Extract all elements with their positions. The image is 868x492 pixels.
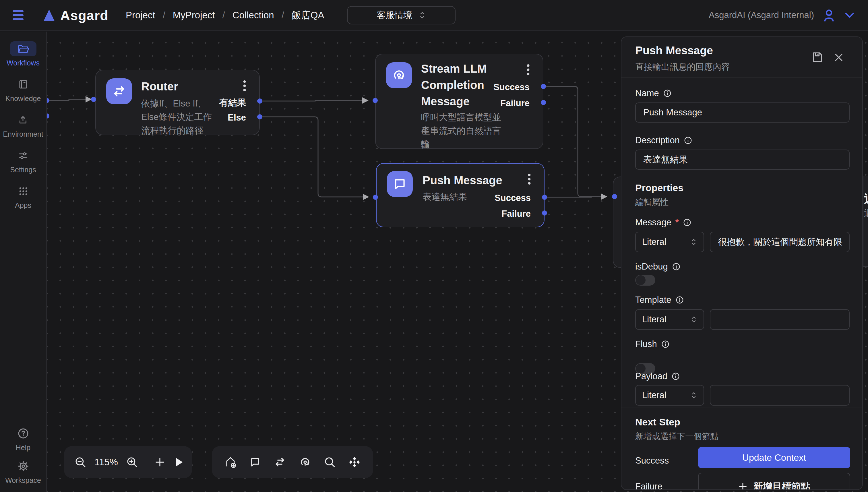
sidebar-item-apps[interactable]: Apps xyxy=(10,184,36,210)
sidebar-item-help[interactable]: Help xyxy=(10,426,36,452)
info-icon[interactable] xyxy=(671,372,680,380)
description-label: Description xyxy=(635,135,692,146)
panel-divider xyxy=(621,174,863,174)
success-target-button[interactable]: Update Context xyxy=(698,447,850,468)
info-icon[interactable] xyxy=(672,262,680,271)
sidebar-item-label: Apps xyxy=(15,201,31,210)
menu-icon[interactable] xyxy=(13,8,29,23)
close-icon[interactable] xyxy=(833,52,844,64)
user-icon[interactable] xyxy=(821,8,837,23)
panel-divider xyxy=(621,77,863,77)
router-icon xyxy=(106,78,132,104)
environment-selector[interactable]: 客服情境 xyxy=(347,6,455,24)
sidebar-item-workspace[interactable]: Workspace xyxy=(5,459,41,485)
node-stream-llm[interactable]: Stream LLM Completion Message 呼叫大型語言模型並產… xyxy=(375,54,543,149)
name-input[interactable] xyxy=(635,102,850,123)
node-description-fragment: 返 xyxy=(864,207,868,219)
navbar: Asgard Project / MyProject / Collection … xyxy=(0,0,868,31)
apps-grid-icon xyxy=(10,184,36,199)
breadcrumb-separator: / xyxy=(222,10,225,21)
push-message-icon xyxy=(387,171,413,197)
description-input[interactable] xyxy=(635,150,850,170)
message-value-input[interactable] xyxy=(710,232,850,252)
panel-subtitle: 直接輸出訊息的回應內容 xyxy=(635,61,730,73)
help-icon xyxy=(10,426,36,441)
zoom-in-icon[interactable] xyxy=(126,456,138,468)
template-type-select[interactable]: Literal xyxy=(635,309,704,330)
info-icon[interactable] xyxy=(675,296,684,304)
output-handle-label[interactable]: Failure xyxy=(501,209,531,219)
breadcrumb-project[interactable]: Project xyxy=(126,10,155,21)
output-handle-label[interactable]: Else xyxy=(228,113,246,123)
node-title: Completion xyxy=(421,77,484,93)
sidebar-item-label: Settings xyxy=(10,166,36,174)
message-label: Message * xyxy=(635,217,692,228)
stream-llm-node-icon[interactable] xyxy=(299,456,312,468)
output-handle-label[interactable]: Success xyxy=(495,193,531,203)
payload-value-input[interactable] xyxy=(710,385,850,405)
sidebar-item-settings[interactable]: Settings xyxy=(10,148,36,174)
info-icon[interactable] xyxy=(661,340,670,348)
sidebar-item-environment[interactable]: Environment xyxy=(3,113,43,138)
zoom-level: 115% xyxy=(94,457,118,468)
info-icon[interactable] xyxy=(684,136,692,145)
node-title: Message xyxy=(421,93,470,109)
message-type-select[interactable]: Literal xyxy=(635,232,704,252)
output-handle-label[interactable]: 有結果 xyxy=(219,97,246,109)
node-description: 出 xyxy=(421,138,507,151)
info-icon[interactable] xyxy=(663,89,672,98)
node-title: Stream LLM xyxy=(421,60,487,77)
add-icon[interactable] xyxy=(154,457,166,468)
sidebar-item-label: Workflows xyxy=(7,59,40,67)
zoom-out-icon[interactable] xyxy=(74,456,86,468)
chevron-updown-icon xyxy=(690,316,697,323)
template-value-input[interactable] xyxy=(710,309,850,330)
isdebug-toggle[interactable] xyxy=(635,275,655,286)
plus-icon xyxy=(738,482,748,490)
search-icon[interactable] xyxy=(324,456,336,468)
template-label: Template xyxy=(635,295,684,305)
breadcrumb-separator: / xyxy=(281,10,284,21)
node-config-panel: Push Message 直接輸出訊息的回應內容 Name Descriptio… xyxy=(621,36,863,490)
chevron-updown-icon xyxy=(690,391,697,399)
breadcrumb-collection[interactable]: Collection xyxy=(232,10,274,21)
next-step-subtitle: 新增或選擇下一個節點 xyxy=(635,431,718,442)
node-title-fragment: 返 xyxy=(864,191,868,207)
breadcrumb-separator: / xyxy=(163,10,165,21)
breadcrumb: Project / MyProject / Collection / 飯店QA xyxy=(126,9,324,22)
fit-view-icon[interactable] xyxy=(348,456,361,468)
router-node-icon[interactable] xyxy=(274,456,286,468)
node-push-message[interactable]: Push Message 表達無結果 Success Failure xyxy=(376,163,545,227)
node-menu-icon[interactable] xyxy=(524,173,534,187)
add-target-node-button[interactable]: 新增目標節點 xyxy=(698,473,850,490)
properties-heading: Properties xyxy=(635,182,684,194)
breadcrumb-workflow[interactable]: 飯店QA xyxy=(292,9,324,22)
payload-type-select[interactable]: Literal xyxy=(635,385,704,405)
account-label: AsgardAI (Asgard Internal) xyxy=(709,10,814,20)
sidebar-item-workflows[interactable]: Workflows xyxy=(7,41,40,67)
node-router[interactable]: Router 依據If、Else If、Else條件決定工作流程執行的路徑 有結… xyxy=(95,70,260,135)
node-menu-icon[interactable] xyxy=(523,64,533,77)
output-handle-label[interactable]: Success xyxy=(493,82,529,93)
sliders-icon xyxy=(10,148,36,163)
sidebar-item-label: Environment xyxy=(3,130,43,138)
add-start-node-icon[interactable] xyxy=(224,456,237,468)
breadcrumb-myproject[interactable]: MyProject xyxy=(173,10,215,21)
node-menu-icon[interactable] xyxy=(240,79,249,93)
node-partial-right[interactable]: 返 返 xyxy=(863,176,868,267)
chevron-down-icon[interactable] xyxy=(844,11,855,19)
required-mark: * xyxy=(675,217,679,228)
save-icon[interactable] xyxy=(811,51,823,65)
next-step-heading: Next Step xyxy=(635,417,680,428)
sidebar-item-label: Workspace xyxy=(5,476,41,485)
node-title: Push Message xyxy=(423,172,502,189)
output-handle-label[interactable]: Failure xyxy=(500,98,529,108)
info-icon[interactable] xyxy=(683,218,692,227)
name-label: Name xyxy=(635,88,672,98)
success-row-label: Success xyxy=(635,456,669,466)
run-icon[interactable] xyxy=(174,457,184,468)
canvas-toolbar xyxy=(212,446,373,478)
message-node-icon[interactable] xyxy=(249,456,261,468)
chevron-updown-icon xyxy=(419,11,426,20)
sidebar-item-knowledge[interactable]: Knowledge xyxy=(5,77,41,103)
